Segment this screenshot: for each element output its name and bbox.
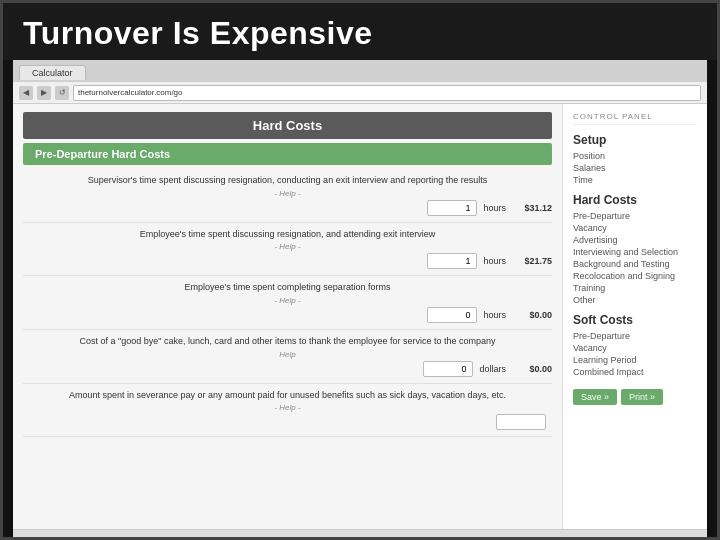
- form-unit: hours: [483, 203, 506, 213]
- form-item-description: Cost of a "good bye" cake, lunch, card a…: [23, 336, 552, 348]
- setup-link-salaries[interactable]: Salaries: [573, 163, 697, 173]
- form-input[interactable]: [427, 307, 477, 323]
- hc-link-interviewing[interactable]: Interviewing and Selection: [573, 247, 697, 257]
- hard-costs-section: Hard Costs Pre-Departure Vacancy Adverti…: [573, 193, 697, 305]
- hard-costs-header: Hard Costs: [23, 112, 552, 139]
- hard-costs-section-title: Hard Costs: [573, 193, 697, 207]
- control-panel-header: CONTROL PANEL: [573, 112, 697, 125]
- title-bar: Turnover Is Expensive: [3, 3, 717, 60]
- sc-link-combined[interactable]: Combined Impact: [573, 367, 697, 377]
- url-bar[interactable]: theturnolvercalculator.com/go: [73, 85, 701, 101]
- right-panel: CONTROL PANEL Setup Position Salaries Ti…: [562, 104, 707, 529]
- outer-frame: Turnover Is Expensive Calculator ◀ ▶ ↺ t…: [0, 0, 720, 540]
- browser-tab[interactable]: Calculator: [19, 65, 86, 80]
- sc-link-pre-departure[interactable]: Pre-Departure: [573, 331, 697, 341]
- form-amount: $0.00: [512, 310, 552, 320]
- main-panel: Hard Costs Pre-Departure Hard Costs Supe…: [13, 104, 562, 529]
- bottom-buttons: Save » Print »: [573, 389, 697, 405]
- hc-link-training[interactable]: Training: [573, 283, 697, 293]
- hc-link-advertising[interactable]: Advertising: [573, 235, 697, 245]
- content-area: Hard Costs Pre-Departure Hard Costs Supe…: [13, 104, 707, 529]
- form-item-help: Help: [23, 350, 552, 359]
- form-input[interactable]: [427, 200, 477, 216]
- bottom-bar: [13, 529, 707, 537]
- form-content: Supervisor's time spent discussing resig…: [13, 169, 562, 529]
- form-item-row: hours $21.75: [23, 253, 552, 269]
- form-item: Amount spent in severance pay or any amo…: [23, 384, 552, 438]
- form-item-row: hours $31.12: [23, 200, 552, 216]
- hc-link-other[interactable]: Other: [573, 295, 697, 305]
- soft-costs-section: Soft Costs Pre-Departure Vacancy Learnin…: [573, 313, 697, 377]
- print-button[interactable]: Print »: [621, 389, 663, 405]
- browser-tab-bar: Calculator: [13, 60, 707, 82]
- page-title: Turnover Is Expensive: [23, 15, 373, 51]
- form-input[interactable]: [496, 414, 546, 430]
- sc-link-vacancy[interactable]: Vacancy: [573, 343, 697, 353]
- setup-section-title: Setup: [573, 133, 697, 147]
- form-item-help: - Help -: [23, 189, 552, 198]
- form-unit: hours: [483, 310, 506, 320]
- browser-chrome: Calculator ◀ ▶ ↺ theturnolvercalculator.…: [13, 60, 707, 104]
- form-item: Employee's time spent completing separat…: [23, 276, 552, 330]
- back-button[interactable]: ◀: [19, 86, 33, 100]
- form-item-description: Employee's time spent discussing resigna…: [23, 229, 552, 241]
- form-item-description: Employee's time spent completing separat…: [23, 282, 552, 294]
- form-unit: dollars: [479, 364, 506, 374]
- hc-link-relocation[interactable]: Recolocation and Signing: [573, 271, 697, 281]
- form-item-row: dollars $0.00: [23, 361, 552, 377]
- form-amount: $31.12: [512, 203, 552, 213]
- hc-link-vacancy[interactable]: Vacancy: [573, 223, 697, 233]
- browser-toolbar: ◀ ▶ ↺ theturnolvercalculator.com/go: [13, 82, 707, 104]
- form-input[interactable]: [423, 361, 473, 377]
- soft-costs-section-title: Soft Costs: [573, 313, 697, 327]
- form-item: Employee's time spent discussing resigna…: [23, 223, 552, 277]
- form-item-help: - Help -: [23, 296, 552, 305]
- form-item-help: - Help -: [23, 403, 552, 412]
- form-item-row: [23, 414, 552, 430]
- hc-link-pre-departure[interactable]: Pre-Departure: [573, 211, 697, 221]
- form-item-row: hours $0.00: [23, 307, 552, 323]
- form-item: Cost of a "good bye" cake, lunch, card a…: [23, 330, 552, 384]
- form-amount: $21.75: [512, 256, 552, 266]
- save-button[interactable]: Save »: [573, 389, 617, 405]
- form-item-help: - Help -: [23, 242, 552, 251]
- reload-button[interactable]: ↺: [55, 86, 69, 100]
- sc-link-learning[interactable]: Learning Period: [573, 355, 697, 365]
- setup-link-position[interactable]: Position: [573, 151, 697, 161]
- pre-departure-bar: Pre-Departure Hard Costs: [23, 143, 552, 165]
- form-item-description: Amount spent in severance pay or any amo…: [23, 390, 552, 402]
- form-item: Supervisor's time spent discussing resig…: [23, 169, 552, 223]
- forward-button[interactable]: ▶: [37, 86, 51, 100]
- form-item-description: Supervisor's time spent discussing resig…: [23, 175, 552, 187]
- form-input[interactable]: [427, 253, 477, 269]
- setup-link-time[interactable]: Time: [573, 175, 697, 185]
- hc-link-background[interactable]: Background and Testing: [573, 259, 697, 269]
- form-unit: hours: [483, 256, 506, 266]
- form-amount: $0.00: [512, 364, 552, 374]
